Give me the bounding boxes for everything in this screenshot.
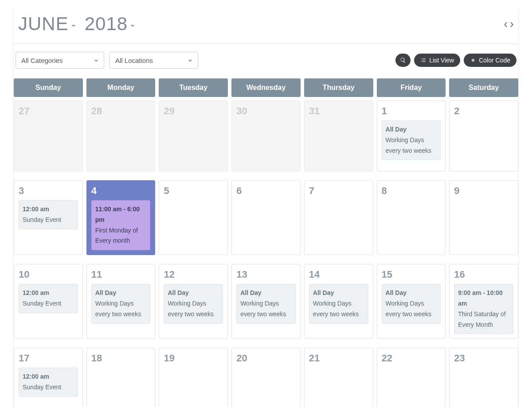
day-cell[interactable]: 19 [159, 348, 228, 407]
day-number: 7 [309, 185, 368, 197]
color-code-button[interactable]: Color Code [464, 54, 516, 67]
day-cell[interactable]: 7 [304, 180, 373, 255]
day-cell[interactable]: 22 [377, 348, 446, 407]
day-cell[interactable]: 30 [231, 101, 301, 171]
day-number: 9 [454, 185, 513, 197]
day-cell[interactable]: 411:00 am - 6:00 pmFirst Monday of Every… [86, 180, 156, 255]
event[interactable]: All DayWorking Days every two weeks [164, 284, 223, 323]
event-time: All Day [386, 124, 437, 135]
dayname: Wednesday [231, 78, 301, 97]
day-number: 21 [309, 353, 368, 364]
day-number: 3 [19, 185, 78, 197]
event[interactable]: 9:00 am - 10:00 amThird Saturday of Ever… [454, 284, 513, 334]
day-cell[interactable]: 1All DayWorking Days every two weeks [377, 101, 446, 171]
day-number: 16 [454, 269, 513, 280]
month-dropdown[interactable]: JUNE [18, 13, 76, 35]
week-row: 312:00 amSunday Event411:00 am - 6:00 pm… [14, 180, 518, 255]
day-cell[interactable]: 20 [231, 348, 301, 407]
event-title: Working Days every two weeks [386, 300, 431, 318]
day-cell[interactable]: 27 [14, 101, 83, 171]
day-number: 13 [236, 269, 296, 280]
event-title: Third Saturday of Every Month [458, 310, 505, 328]
event-time: All Day [313, 288, 364, 298]
day-cell[interactable]: 5 [159, 180, 228, 255]
day-number: 28 [91, 105, 151, 117]
toolbar: All Categories All Locations List View C… [14, 52, 518, 78]
day-cell[interactable]: 14All DayWorking Days every two weeks [304, 264, 373, 339]
day-number: 19 [164, 353, 223, 364]
event[interactable]: All DayWorking Days every two weeks [382, 120, 441, 160]
next-month-button[interactable]: › [510, 18, 514, 30]
event-title: Sunday Event [23, 300, 61, 307]
day-cell[interactable]: 9 [449, 180, 518, 255]
day-cell[interactable]: 15All DayWorking Days every two weeks [377, 264, 446, 339]
day-number: 2 [454, 105, 513, 117]
event[interactable]: 12:00 amSunday Event [19, 284, 78, 313]
day-number: 5 [164, 185, 223, 197]
day-cell[interactable]: 29 [159, 101, 228, 171]
month-nav: ‹ › [504, 18, 514, 30]
day-number: 8 [382, 185, 441, 197]
pill-group: List View Color Code [395, 54, 516, 67]
day-cell[interactable]: 1712:00 amSunday Event [14, 348, 83, 407]
event-title: Working Days every two weeks [240, 300, 286, 318]
event-time: All Day [95, 288, 147, 298]
search-button[interactable] [395, 54, 411, 67]
day-cell[interactable]: 18 [86, 348, 156, 407]
day-cell[interactable]: 312:00 amSunday Event [14, 180, 83, 255]
day-cell[interactable]: 1012:00 amSunday Event [14, 264, 83, 339]
day-cell[interactable]: 8 [377, 180, 446, 255]
event[interactable]: All DayWorking Days every two weeks [91, 284, 151, 323]
day-number: 11 [91, 269, 151, 280]
day-cell[interactable]: 2 [449, 101, 518, 171]
locations-dropdown[interactable]: All Locations [110, 52, 198, 69]
event-time: 9:00 am - 10:00 am [458, 288, 509, 309]
day-number: 14 [309, 269, 368, 280]
event[interactable]: All DayWorking Days every two weeks [309, 284, 368, 323]
day-cell[interactable]: 28 [86, 101, 156, 171]
search-icon [400, 57, 406, 63]
week-row: 27282930311All DayWorking Days every two… [14, 101, 518, 171]
dayname: Monday [86, 78, 156, 97]
day-number: 17 [19, 353, 78, 364]
day-cell[interactable]: 21 [304, 348, 373, 407]
day-cell[interactable]: 23 [449, 348, 518, 407]
day-cell[interactable]: 169:00 am - 10:00 amThird Saturday of Ev… [449, 264, 518, 339]
event[interactable]: 11:00 am - 6:00 pmFirst Monday of Every … [91, 200, 151, 250]
day-cell[interactable]: 31 [304, 101, 373, 171]
colorcode-icon [470, 57, 476, 63]
day-cell[interactable]: 11All DayWorking Days every two weeks [86, 264, 156, 339]
event-time: 12:00 am [23, 204, 74, 215]
month-year-group: JUNE 2018 [18, 13, 135, 35]
day-number: 29 [164, 105, 223, 117]
calendar-header: JUNE 2018 ‹ › [14, 9, 518, 44]
categories-dropdown[interactable]: All Categories [16, 52, 104, 69]
year-dropdown[interactable]: 2018 [85, 13, 135, 35]
dayname: Sunday [14, 78, 83, 97]
day-number: 22 [382, 353, 441, 364]
day-number: 10 [19, 269, 78, 280]
locations-label: All Locations [115, 57, 153, 64]
event-time: All Day [240, 288, 292, 298]
day-number: 12 [164, 269, 223, 280]
day-number: 20 [236, 353, 296, 364]
day-cell[interactable]: 12All DayWorking Days every two weeks [159, 264, 228, 339]
event-title: Working Days every two weeks [95, 300, 141, 318]
prev-month-button[interactable]: ‹ [504, 18, 508, 30]
event-time: 12:00 am [23, 288, 74, 298]
event[interactable]: 12:00 amSunday Event [19, 368, 78, 397]
event[interactable]: All DayWorking Days every two weeks [236, 284, 296, 323]
day-number: 23 [454, 353, 513, 364]
dayname-row: SundayMondayTuesdayWednesdayThursdayFrid… [14, 78, 518, 97]
event-title: First Monday of Every month [95, 227, 138, 244]
dayname: Thursday [304, 78, 373, 97]
list-icon [420, 57, 426, 63]
list-view-button[interactable]: List View [414, 54, 460, 67]
event-time: All Day [386, 288, 437, 298]
day-cell[interactable]: 6 [231, 180, 301, 255]
day-number: 15 [382, 269, 441, 280]
event[interactable]: 12:00 amSunday Event [19, 200, 78, 229]
day-cell[interactable]: 13All DayWorking Days every two weeks [231, 264, 301, 339]
event-title: Working Days every two weeks [386, 136, 431, 154]
event[interactable]: All DayWorking Days every two weeks [382, 284, 441, 323]
